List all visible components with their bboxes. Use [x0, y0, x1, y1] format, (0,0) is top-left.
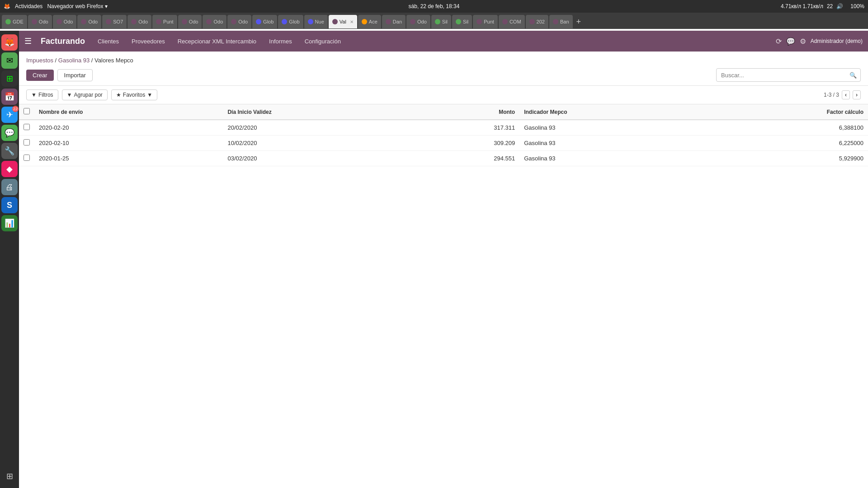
toolbar-right: 🔍: [716, 68, 861, 82]
tab-sil2[interactable]: Sil: [452, 15, 472, 28]
volume-icon: 🔊: [836, 3, 843, 9]
pagination-text: 1-3 / 3: [824, 92, 839, 98]
menu-recepcionar[interactable]: Recepcionar XML Intercambio: [172, 35, 262, 47]
search-icon: 🔍: [846, 72, 860, 79]
cell-factor-2: 6,225000: [705, 136, 868, 151]
tab-punt2[interactable]: Punt: [473, 15, 498, 28]
cell-dia-1: 20/02/2020: [223, 120, 411, 136]
tab-odo1[interactable]: Odo: [28, 15, 52, 28]
filter-icon: ▼: [31, 92, 37, 98]
filter-buttons: ▼ Filtros ▼ Agrupar por ★ Favoritos ▼: [26, 89, 157, 100]
tab-val-active[interactable]: Val✕: [329, 15, 357, 28]
search-bar[interactable]: 🔍: [716, 68, 861, 82]
row-checkbox-2[interactable]: [24, 139, 30, 145]
filtros-button[interactable]: ▼ Filtros: [26, 89, 58, 100]
app-email[interactable]: ✉: [1, 52, 18, 69]
menu-clientes[interactable]: Clientes: [92, 35, 124, 47]
tab-so7[interactable]: SO7: [102, 15, 127, 28]
activities-label[interactable]: Actividades: [15, 3, 42, 9]
app-sheets[interactable]: 📊: [1, 215, 18, 231]
tab-odo4[interactable]: Odo: [127, 15, 151, 28]
user-menu[interactable]: Administrador (demo): [811, 38, 863, 44]
col-monto[interactable]: Monto: [412, 104, 519, 120]
filtros-label: Filtros: [38, 92, 53, 98]
new-tab-button[interactable]: +: [574, 17, 584, 27]
table-row[interactable]: 2020-01-25 03/02/2020 294.551 Gasolina 9…: [19, 151, 868, 166]
prev-page-button[interactable]: ‹: [842, 90, 850, 99]
agrupar-icon: ▼: [67, 92, 72, 98]
app-calendar[interactable]: 📅: [1, 89, 18, 105]
app-telegram[interactable]: ✈ 22: [1, 107, 18, 123]
firefox-menu-label[interactable]: Navegador web Firefox ▾: [47, 3, 107, 9]
favoritos-label: Favoritos: [123, 92, 145, 98]
tab-odo5[interactable]: Odo: [178, 15, 202, 28]
odoo-topbar: ☰ Facturando Clientes Proveedores Recepc…: [19, 31, 868, 52]
menu-informes[interactable]: Informes: [264, 35, 297, 47]
tab-odo7[interactable]: Odo: [227, 15, 251, 28]
tab-odo6[interactable]: Odo: [203, 15, 226, 28]
app-tool[interactable]: 🔧: [1, 143, 18, 159]
table-row[interactable]: 2020-02-20 20/02/2020 317.311 Gasolina 9…: [19, 120, 868, 136]
app-chat[interactable]: 💬: [1, 125, 18, 141]
tab-nue[interactable]: Nue: [304, 15, 328, 28]
chat-icon[interactable]: 💬: [786, 37, 795, 46]
tab-ban[interactable]: Ban: [549, 15, 573, 28]
breadcrumb-gasolina[interactable]: Gasolina 93: [58, 57, 90, 64]
tab-sil1[interactable]: Sil: [431, 15, 451, 28]
col-dia[interactable]: Día Inicio Validez: [223, 104, 411, 120]
cell-dia-3: 03/02/2020: [223, 151, 411, 166]
app-grid[interactable]: ⊞: [1, 468, 18, 484]
tab-bar: GDE Odo Odo Odo SO7 Odo Punt Odo Odo Odo…: [0, 13, 868, 29]
agrupar-button[interactable]: ▼ Agrupar por: [62, 89, 108, 100]
select-all-col: [19, 104, 34, 120]
settings-icon[interactable]: ⚙: [800, 37, 806, 46]
row-checkbox-1[interactable]: [24, 124, 30, 130]
menu-proveedores[interactable]: Proveedores: [126, 35, 170, 47]
app-printer[interactable]: 🖨: [1, 179, 18, 195]
col-factor[interactable]: Factor cálculo: [705, 104, 868, 120]
cell-indicador-2: Gasolina 93: [519, 136, 705, 151]
hamburger-icon[interactable]: ☰: [24, 36, 32, 46]
cell-nombre-2: 2020-02-10: [34, 136, 223, 151]
refresh-icon[interactable]: ⟳: [776, 37, 782, 46]
notification-count: 22: [827, 3, 833, 9]
star-icon: ★: [116, 92, 121, 98]
breadcrumb-impuestos[interactable]: Impuestos: [26, 57, 53, 64]
pagination: 1-3 / 3 ‹ ›: [824, 90, 861, 99]
odoo-menu: Clientes Proveedores Recepcionar XML Int…: [92, 35, 769, 47]
tab-202[interactable]: 202: [526, 15, 548, 28]
tab-glob2[interactable]: Glob: [278, 15, 303, 28]
agrupar-label: Agrupar por: [74, 92, 102, 98]
menu-configuracion[interactable]: Configuración: [299, 35, 346, 47]
tab-odo2[interactable]: Odo: [53, 15, 77, 28]
tab-ace[interactable]: Ace: [358, 15, 381, 28]
app-terminal[interactable]: ⊞: [1, 70, 18, 87]
table-wrapper: Nombre de envío Día Inicio Validez Monto…: [19, 104, 868, 166]
app-firefox[interactable]: 🦊: [1, 34, 18, 51]
app-s[interactable]: S: [1, 197, 18, 213]
tab-odo3[interactable]: Odo: [77, 15, 101, 28]
tab-punt1[interactable]: Punt: [152, 15, 177, 28]
app-diamond[interactable]: ◆: [1, 161, 18, 177]
table-row[interactable]: 2020-02-10 10/02/2020 309.209 Gasolina 9…: [19, 136, 868, 151]
tab-com[interactable]: COM: [499, 15, 525, 28]
filter-row: ▼ Filtros ▼ Agrupar por ★ Favoritos ▼ 1-…: [19, 86, 868, 104]
tab-odo8[interactable]: Odo: [406, 15, 430, 28]
row-checkbox-3[interactable]: [24, 155, 30, 161]
breadcrumb: Impuestos / Gasolina 93 / Valores Mepco: [26, 57, 861, 64]
tab-glob1[interactable]: Glob: [252, 15, 277, 28]
data-table: Nombre de envío Día Inicio Validez Monto…: [19, 104, 868, 166]
tab-gde[interactable]: GDE: [2, 15, 27, 28]
create-button[interactable]: Crear: [26, 70, 54, 81]
odoo-content: Impuestos / Gasolina 93 / Valores Mepco …: [19, 52, 868, 166]
table-body: 2020-02-20 20/02/2020 317.311 Gasolina 9…: [19, 120, 868, 166]
next-page-button[interactable]: ›: [853, 90, 861, 99]
favoritos-button[interactable]: ★ Favoritos ▼: [111, 89, 157, 100]
select-all-checkbox[interactable]: [24, 108, 30, 114]
tab-dan[interactable]: Dan: [382, 15, 406, 28]
col-nombre[interactable]: Nombre de envío: [34, 104, 223, 120]
col-indicador[interactable]: Indicador Mepco: [519, 104, 705, 120]
import-button[interactable]: Importar: [57, 69, 93, 81]
search-input[interactable]: [717, 72, 846, 79]
os-topbar: 🦊 Actividades Navegador web Firefox ▾ sá…: [0, 0, 868, 13]
